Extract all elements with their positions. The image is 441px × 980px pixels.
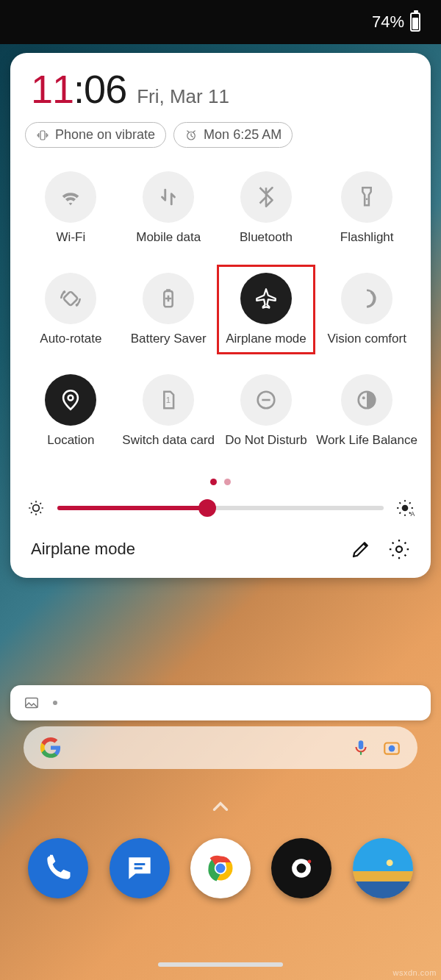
page-dot-2 — [224, 479, 231, 485]
tile-bluetooth[interactable]: Bluetooth — [218, 164, 315, 252]
brightness-fill — [57, 506, 207, 510]
location-icon — [45, 374, 96, 426]
brightness-thumb[interactable] — [198, 499, 216, 517]
battery-percent-label: 74% — [372, 12, 404, 32]
tile-label: Bluetooth — [240, 230, 293, 245]
app-camera[interactable] — [271, 838, 331, 898]
svg-rect-16 — [359, 740, 364, 749]
svg-text:A: A — [411, 510, 415, 518]
svg-point-11 — [33, 505, 40, 512]
svg-point-25 — [386, 859, 392, 866]
tile-label: Switch data card — [122, 433, 215, 448]
battery-saver-icon — [143, 273, 194, 324]
camera-icon — [285, 852, 318, 884]
mobile-data-icon — [143, 171, 194, 223]
mic-icon[interactable] — [351, 738, 370, 757]
flashlight-icon — [341, 171, 392, 223]
svg-point-6 — [68, 396, 74, 401]
image-icon — [24, 695, 40, 711]
chip-alarm[interactable]: Mon 6:25 AM — [173, 122, 293, 148]
gesture-nav-bar[interactable] — [158, 962, 283, 967]
notification-bar[interactable] — [10, 685, 431, 720]
svg-rect-5 — [166, 289, 171, 291]
page-indicator — [18, 462, 423, 491]
chip-alarm-label: Mon 6:25 AM — [204, 127, 282, 143]
brightness-low-icon — [26, 498, 46, 518]
tile-label: Work Life Balance — [316, 433, 417, 448]
edit-icon[interactable] — [350, 538, 372, 560]
google-logo-icon — [40, 737, 62, 759]
app-messages[interactable] — [110, 838, 170, 898]
brightness-auto-icon[interactable]: A — [395, 498, 415, 518]
tile-label: Vision comfort — [327, 332, 406, 346]
tile-label: Location — [47, 433, 94, 448]
chevron-up-icon — [208, 794, 233, 819]
vision-icon — [341, 273, 392, 324]
messages-icon — [123, 852, 156, 884]
footer-status-text: Airplane mode — [31, 540, 334, 559]
qs-footer: Airplane mode — [18, 534, 423, 566]
clock-sep: : — [74, 67, 84, 111]
tile-work-life[interactable]: Work Life Balance — [315, 367, 419, 455]
svg-point-18 — [389, 745, 395, 752]
gallery-icon — [367, 852, 399, 884]
tile-wifi[interactable]: Wi-Fi — [22, 164, 120, 252]
tile-mobile-data[interactable]: Mobile data — [120, 164, 218, 252]
chrome-icon — [204, 852, 237, 884]
dnd-icon — [240, 374, 292, 426]
clock-hours: 11 — [31, 67, 74, 111]
svg-point-14 — [396, 546, 402, 552]
brightness-slider[interactable] — [57, 498, 384, 518]
app-gallery[interactable] — [353, 838, 413, 898]
clock-minutes: 06 — [84, 67, 126, 111]
clock[interactable]: 11:06 — [31, 66, 126, 112]
auto-rotate-icon — [45, 273, 96, 324]
tile-label: Battery Saver — [131, 332, 207, 346]
tile-airplane[interactable]: Airplane mode — [218, 265, 315, 354]
work-life-icon — [341, 374, 392, 426]
svg-point-12 — [402, 505, 409, 512]
app-drawer-caret[interactable] — [208, 794, 233, 822]
tile-label: Mobile data — [136, 230, 201, 245]
chip-vibrate-label: Phone on vibrate — [55, 127, 155, 143]
quick-settings-panel: 11:06 Fri, Mar 11 Phone on vibrate Mon 6… — [10, 53, 431, 578]
brightness-row: A — [18, 491, 423, 534]
tile-flashlight[interactable]: Flashlight — [315, 164, 419, 252]
status-bar: 74% — [0, 0, 441, 44]
date-label[interactable]: Fri, Mar 11 — [137, 85, 229, 108]
google-search-bar[interactable] — [24, 726, 417, 769]
tile-vision[interactable]: Vision comfort — [315, 265, 419, 354]
tile-dnd[interactable]: Do Not Disturb — [218, 367, 315, 455]
tile-location[interactable]: Location — [22, 367, 120, 455]
chip-vibrate[interactable]: Phone on vibrate — [25, 122, 166, 148]
notification-dot — [53, 701, 57, 705]
app-chrome[interactable] — [190, 838, 251, 898]
tile-auto-rotate[interactable]: Auto-rotate — [22, 265, 120, 354]
alarm-clock-icon — [184, 129, 198, 142]
svg-text:1: 1 — [166, 396, 171, 404]
phone-icon — [42, 852, 74, 884]
battery-icon — [410, 12, 420, 32]
wifi-icon — [45, 171, 96, 223]
bluetooth-icon — [240, 171, 292, 223]
tile-label: Auto-rotate — [40, 332, 101, 346]
svg-point-10 — [362, 396, 365, 399]
svg-rect-3 — [63, 291, 78, 306]
tile-battery-saver[interactable]: Battery Saver — [120, 265, 218, 354]
clock-row: 11:06 Fri, Mar 11 — [18, 66, 423, 115]
svg-point-2 — [366, 198, 368, 200]
watermark: wsxdn.com — [392, 968, 437, 977]
tile-switch-sim[interactable]: 1Switch data card — [120, 367, 218, 455]
airplane-icon — [240, 273, 292, 324]
lens-camera-icon[interactable] — [382, 738, 401, 757]
app-phone[interactable] — [28, 838, 88, 898]
switch-sim-icon: 1 — [143, 374, 194, 426]
vibrate-icon — [36, 129, 49, 142]
gear-icon[interactable] — [388, 538, 410, 560]
tile-label: Airplane mode — [226, 332, 306, 346]
home-dock — [0, 823, 441, 913]
tile-label: Flashlight — [340, 230, 394, 245]
svg-point-24 — [308, 859, 312, 863]
tile-label: Do Not Disturb — [225, 433, 306, 448]
svg-rect-0 — [40, 131, 45, 140]
